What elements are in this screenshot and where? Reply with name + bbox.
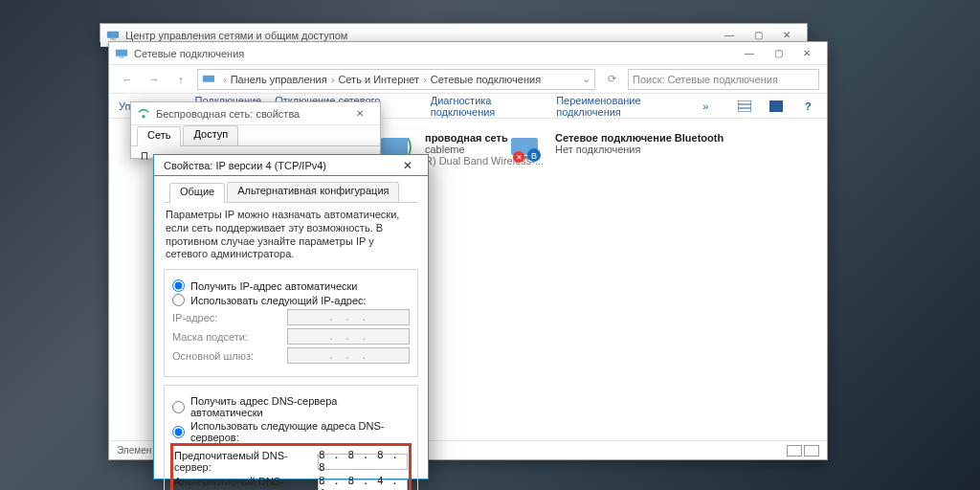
close-button[interactable]: ✕ bbox=[393, 156, 422, 175]
network-connections-icon bbox=[115, 47, 128, 60]
svg-rect-4 bbox=[203, 75, 214, 81]
radio-dns-auto-label: Получить адрес DNS-сервера автоматически bbox=[190, 395, 410, 418]
svg-text:B: B bbox=[531, 151, 537, 161]
radio-ip-manual-input[interactable] bbox=[172, 294, 185, 306]
ipv4-properties-dialog: Свойства: IP версии 4 (TCP/IPv4) ✕ Общие… bbox=[153, 154, 429, 479]
preview-pane-button[interactable] bbox=[768, 98, 786, 115]
chevron-right-icon: › bbox=[221, 74, 229, 85]
radio-dns-manual-label: Использовать следующие адреса DNS-сервер… bbox=[190, 420, 410, 443]
label-dns-secondary: Альтернативный DNS-сервер: bbox=[174, 476, 318, 490]
dns-group: Получить адрес DNS-сервера автоматически… bbox=[164, 385, 418, 490]
dialog-title: Свойства: IP версии 4 (TCP/IPv4) bbox=[160, 160, 393, 171]
connection-item-bluetooth[interactable]: ✕ B Сетевое подключение Bluetooth Нет по… bbox=[509, 132, 724, 163]
search-placeholder: Поиск: Сетевые подключения bbox=[633, 74, 778, 85]
label-mask: Маска подсети: bbox=[172, 331, 287, 343]
tab-network[interactable]: Сеть bbox=[137, 126, 181, 146]
svg-rect-0 bbox=[107, 31, 119, 37]
subnet-mask-input: . . . bbox=[287, 328, 410, 345]
connection-name: Сетевое подключение Bluetooth bbox=[555, 132, 724, 144]
help-button[interactable]: ? bbox=[799, 98, 817, 115]
breadcrumb-segment[interactable]: Панель управления bbox=[229, 74, 329, 85]
dialog-title: Беспроводная сеть: свойства bbox=[156, 108, 300, 120]
refresh-button[interactable]: ⟳ bbox=[601, 69, 622, 90]
svg-point-17 bbox=[142, 114, 145, 118]
chevron-down-icon[interactable]: ⌄ bbox=[582, 73, 590, 85]
ip-address-input: . . . bbox=[287, 309, 410, 325]
nav-back-button[interactable]: ← bbox=[117, 69, 138, 90]
radio-dns-auto-input[interactable] bbox=[172, 401, 185, 413]
dns-primary-input[interactable]: 8 . 8 . 8 . 8 bbox=[318, 454, 408, 470]
close-button[interactable]: ✕ bbox=[345, 104, 374, 123]
breadcrumb[interactable]: › Панель управления › Сеть и Интернет › … bbox=[197, 69, 595, 90]
cmd-more[interactable]: » bbox=[702, 100, 708, 112]
wireless-properties-dialog: Беспроводная сеть: свойства ✕ Сеть Досту… bbox=[130, 101, 381, 159]
label-gateway: Основной шлюз: bbox=[172, 350, 287, 362]
tab-access[interactable]: Доступ bbox=[183, 125, 238, 145]
maximize-button[interactable]: ▢ bbox=[764, 44, 792, 63]
label-ip: IP-адрес: bbox=[172, 312, 287, 323]
address-bar: ← → ↑ › Панель управления › Сеть и Интер… bbox=[109, 65, 827, 94]
svg-text:✕: ✕ bbox=[516, 153, 523, 162]
network-icon bbox=[202, 73, 215, 86]
radio-ip-auto-label: Получить IP-адрес автоматически bbox=[190, 280, 357, 292]
breadcrumb-segment[interactable]: Сеть и Интернет bbox=[336, 74, 421, 85]
dns-secondary-input[interactable]: 8 . 8 . 4 . 4 bbox=[318, 479, 408, 491]
radio-dns-manual-input[interactable] bbox=[172, 426, 185, 438]
tab-alt-config[interactable]: Альтернативная конфигурация bbox=[227, 182, 399, 202]
status-text: Элемен bbox=[117, 445, 151, 456]
chevron-right-icon: › bbox=[329, 74, 337, 85]
cmd-diagnose[interactable]: Диагностика подключения bbox=[431, 95, 543, 118]
search-input[interactable]: Поиск: Сетевые подключения bbox=[628, 69, 819, 90]
radio-ip-manual[interactable]: Использовать следующий IP-адрес: bbox=[172, 294, 410, 306]
radio-ip-auto[interactable]: Получить IP-адрес автоматически bbox=[172, 279, 410, 292]
close-button[interactable]: ✕ bbox=[792, 44, 821, 63]
radio-ip-manual-label: Использовать следующий IP-адрес: bbox=[190, 295, 367, 306]
label-dns-primary: Предпочитаемый DNS-сервер: bbox=[174, 450, 318, 473]
tab-general[interactable]: Общие bbox=[169, 183, 225, 203]
svg-rect-5 bbox=[738, 100, 751, 112]
radio-ip-auto-input[interactable] bbox=[172, 279, 185, 292]
svg-rect-8 bbox=[769, 100, 783, 112]
wifi-icon bbox=[137, 107, 150, 121]
svg-rect-9 bbox=[381, 138, 408, 155]
window-title: Сетевые подключения bbox=[134, 48, 244, 59]
view-details-button[interactable] bbox=[787, 445, 802, 457]
svg-rect-1 bbox=[110, 38, 115, 39]
radio-dns-manual[interactable]: Использовать следующие адреса DNS-сервер… bbox=[172, 420, 410, 443]
dns-highlight-box: Предпочитаемый DNS-сервер: 8 . 8 . 8 . 8… bbox=[172, 445, 410, 490]
ip-address-group: Получить IP-адрес автоматически Использо… bbox=[164, 269, 418, 377]
chevron-right-icon: › bbox=[421, 74, 429, 85]
breadcrumb-segment[interactable]: Сетевые подключения bbox=[429, 74, 543, 85]
gateway-input: . . . bbox=[287, 347, 410, 364]
minimize-button[interactable]: — bbox=[735, 44, 764, 63]
svg-rect-3 bbox=[119, 56, 123, 57]
cmd-rename[interactable]: Переименование подключения bbox=[556, 95, 689, 118]
view-options-button[interactable] bbox=[735, 98, 753, 115]
connection-status: Нет подключения bbox=[555, 144, 724, 155]
window-title: Центр управления сетями и общим доступом bbox=[125, 30, 347, 41]
radio-dns-auto[interactable]: Получить адрес DNS-сервера автоматически bbox=[172, 395, 410, 418]
nav-forward-button[interactable]: → bbox=[144, 69, 165, 90]
network-center-icon bbox=[106, 29, 120, 42]
dialog-description: Параметры IP можно назначать автоматичес… bbox=[166, 209, 416, 261]
bluetooth-adapter-icon: ✕ B bbox=[509, 132, 547, 163]
svg-rect-2 bbox=[116, 49, 127, 56]
view-icons-button[interactable] bbox=[804, 445, 819, 457]
network-sharing-center-window: Центр управления сетями и общим доступом… bbox=[100, 23, 808, 42]
nav-up-button[interactable]: ↑ bbox=[170, 69, 191, 90]
